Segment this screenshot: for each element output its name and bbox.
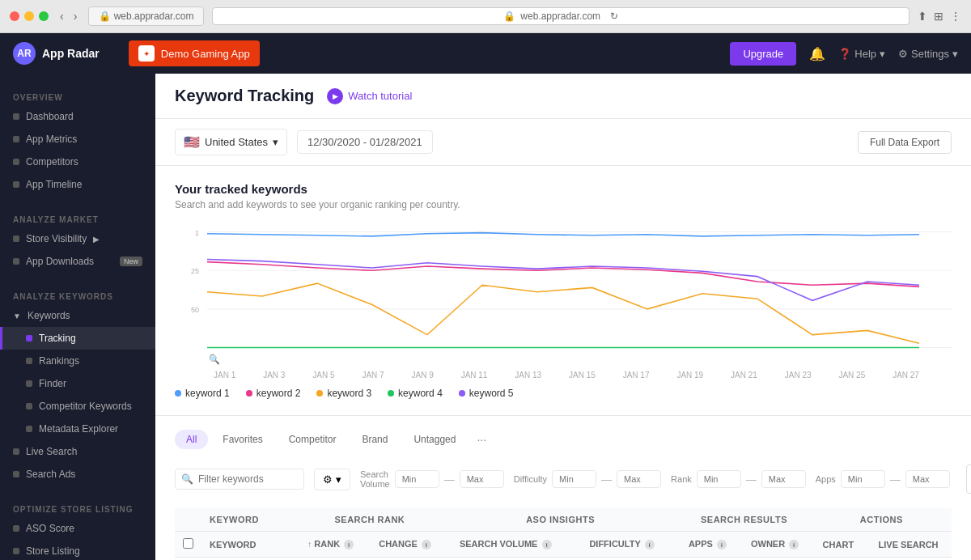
table-controls: 🔍 ⚙ ▾ Search Volume — Difficulty	[175, 461, 952, 497]
svg-text:🔍: 🔍	[209, 353, 221, 364]
tab-brand[interactable]: Brand	[350, 430, 399, 449]
rank-arrow-icon: ↑	[307, 540, 312, 549]
select-all-checkbox[interactable]	[183, 538, 193, 549]
settings-chevron-icon: ▾	[952, 48, 958, 60]
col-apps-header: APPS i	[676, 532, 738, 558]
search-volume-min[interactable]	[395, 470, 439, 488]
help-icon: ❓	[838, 48, 851, 60]
col-rank-header[interactable]: ↑ RANK i	[295, 532, 366, 558]
sidebar-item-competitor-keywords[interactable]: Competitor Keywords	[0, 395, 155, 418]
country-chevron-icon: ▾	[273, 136, 278, 148]
sidebar-dot-finder	[26, 380, 32, 387]
apps-max[interactable]	[905, 470, 950, 488]
tab-all[interactable]: All	[175, 430, 208, 449]
close-dot[interactable]	[10, 11, 19, 21]
date-range-picker[interactable]: 12/30/2020 - 01/28/2021	[297, 130, 433, 154]
sidebar-item-store-visibility[interactable]: Store Visibility ▶	[0, 227, 155, 250]
page-title: Keyword Tracking	[175, 87, 314, 105]
difficulty-min[interactable]	[552, 470, 596, 488]
sidebar-item-competitors[interactable]: Competitors	[0, 151, 155, 173]
sidebar-item-tracking[interactable]: Tracking	[0, 327, 155, 350]
row1-checkbox-cell	[175, 558, 201, 561]
svg-text:50: 50	[191, 306, 199, 314]
minimize-dot[interactable]	[24, 11, 34, 21]
sidebar-item-app-timeline[interactable]: App Timeline	[0, 173, 155, 196]
sidebar-item-app-downloads[interactable]: App Downloads New	[0, 250, 155, 273]
main-layout: OVERVIEW Dashboard App Metrics Competito…	[0, 74, 971, 560]
fullscreen-dot[interactable]	[39, 11, 49, 21]
col-difficulty-header: DIFFICULTY i	[567, 532, 677, 558]
search-volume-max[interactable]	[460, 470, 504, 488]
upgrade-button[interactable]: Upgrade	[730, 42, 796, 66]
sidebar-item-keywords-group[interactable]: ▼ Keywords	[0, 304, 155, 327]
tab-untagged[interactable]: Untagged	[402, 430, 467, 449]
sidebar-overview-title: OVERVIEW	[0, 87, 155, 105]
sidebar-dot-search-ads	[13, 471, 19, 477]
tab-favorites[interactable]: Favorites	[211, 430, 273, 449]
filter-keywords-input[interactable]	[175, 469, 304, 490]
tab-more-button[interactable]: ···	[470, 429, 493, 450]
keyword-chart: 1 25 50 🔍	[175, 223, 952, 369]
sidebar-item-finder[interactable]: Finder	[0, 372, 155, 395]
top-nav: AR App Radar ✦ Demo Gaming App Upgrade 🔔…	[0, 33, 971, 74]
sidebar: OVERVIEW Dashboard App Metrics Competito…	[0, 74, 155, 560]
legend-keyword1: keyword 1	[175, 388, 230, 399]
col-actions-group: ACTIONS	[812, 508, 952, 532]
sidebar-store-title: OPTIMIZE STORE LISTING	[0, 498, 155, 517]
sidebar-section-market: ANALYZE MARKET Store Visibility ▶ App Do…	[0, 209, 155, 273]
row1-live-search-cell: Live	[865, 558, 952, 561]
browser-dots	[10, 11, 49, 21]
sidebar-button[interactable]: ⋮	[950, 10, 961, 23]
sidebar-dot-store-visibility	[13, 235, 19, 242]
table-row: keyword 1 🏷 5 ▼ 2	[175, 558, 952, 561]
apps-info-icon: i	[717, 540, 727, 549]
help-button[interactable]: ❓ Help ▾	[838, 48, 885, 60]
rank-max[interactable]	[761, 470, 806, 488]
clear-filters-button[interactable]: Clear Filters	[966, 465, 971, 494]
back-button[interactable]: ‹	[57, 8, 67, 24]
col-check-group	[175, 508, 201, 532]
sidebar-item-aso-score[interactable]: ASO Score	[0, 517, 155, 540]
arrow-down-icon: ▼	[13, 312, 21, 320]
svg-text:1: 1	[195, 229, 199, 237]
new-tab-button[interactable]: ⊞	[934, 10, 943, 23]
legend-keyword4: keyword 4	[388, 388, 443, 399]
app-selector[interactable]: ✦ Demo Gaming App	[129, 40, 260, 66]
difficulty-filter: Difficulty —	[514, 470, 661, 488]
country-selector[interactable]: 🇺🇸 United States ▾	[175, 129, 287, 155]
sidebar-item-search-ads[interactable]: Search Ads	[0, 463, 155, 486]
sidebar-item-live-search[interactable]: Live Search	[0, 440, 155, 463]
table-tabs: All Favorites Competitor Brand Untagged …	[175, 429, 952, 450]
col-aso-insights-group: ASO INSIGHTS	[444, 508, 677, 532]
sidebar-dot-tracking	[26, 335, 32, 342]
sidebar-item-dashboard[interactable]: Dashboard	[0, 105, 155, 128]
full-data-export-button[interactable]: Full Data Export	[858, 131, 952, 154]
browser-chrome: ‹ › 🔒 web.appradar.com 🔒 web.appradar.co…	[0, 0, 971, 33]
share-button[interactable]: ⬆	[918, 10, 927, 23]
app-selector-icon: ✦	[138, 45, 155, 62]
apps-min[interactable]	[841, 470, 885, 488]
tab-competitor[interactable]: Competitor	[278, 430, 348, 449]
address-bar[interactable]: 🔒 web.appradar.com ↻	[212, 7, 910, 25]
filter-icon-button[interactable]: ⚙ ▾	[314, 469, 350, 490]
legend-dot-k4	[388, 390, 394, 397]
brand-icon: AR	[13, 42, 36, 65]
sidebar-item-store-listing[interactable]: Store Listing	[0, 540, 155, 560]
search-volume-filter: Search Volume —	[360, 469, 504, 489]
forward-button[interactable]: ›	[70, 8, 81, 24]
difficulty-max[interactable]	[617, 470, 661, 488]
row1-sv-cell: 29	[444, 558, 567, 561]
row1-rank-cell: 5	[295, 558, 366, 561]
col-chart-header: CHART	[812, 532, 866, 558]
legend-keyword5: keyword 5	[459, 388, 514, 399]
sidebar-item-rankings[interactable]: Rankings	[0, 350, 155, 372]
settings-button[interactable]: ⚙ Settings ▾	[898, 48, 958, 60]
notifications-button[interactable]: 🔔	[809, 46, 825, 62]
sidebar-item-metadata-explorer[interactable]: Metadata Explorer	[0, 418, 155, 440]
rank-min[interactable]	[697, 470, 741, 488]
sidebar-item-app-metrics[interactable]: App Metrics	[0, 128, 155, 151]
legend-dot-k2	[246, 390, 252, 397]
watch-tutorial-link[interactable]: ▶ Watch tutorial	[327, 88, 412, 104]
refresh-icon[interactable]: ↻	[610, 11, 618, 22]
col-keyword-group: KEYWORD	[201, 508, 295, 532]
